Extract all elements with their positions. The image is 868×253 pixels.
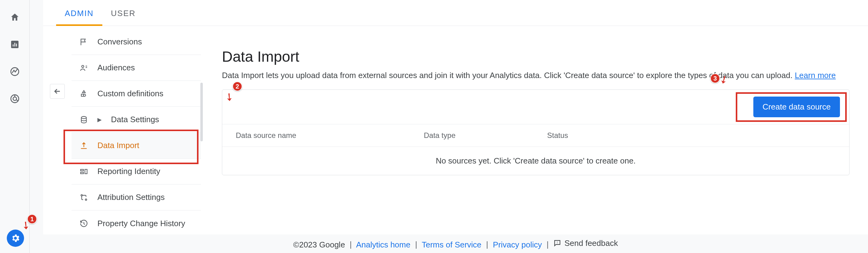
svg-rect-10 — [81, 172, 84, 174]
table-header: Data source name Data type Status — [222, 124, 849, 147]
shapes-icon — [78, 88, 89, 100]
nav-label: Data Settings — [111, 115, 159, 124]
learn-more-link[interactable]: Learn more — [795, 71, 836, 80]
nav-audiences[interactable]: Audiences — [71, 55, 201, 81]
chevron-right-icon: ▶ — [97, 116, 102, 123]
nav-label: Attribution Settings — [97, 193, 164, 202]
admin-gear-button[interactable] — [7, 229, 24, 247]
people-icon — [78, 62, 89, 74]
footer-copyright: ©2023 Google — [293, 240, 345, 249]
nav-custom-definitions[interactable]: Custom definitions — [71, 81, 201, 107]
nav-label: Conversions — [97, 37, 142, 47]
upload-icon — [78, 140, 89, 151]
tab-user[interactable]: USER — [102, 9, 144, 26]
svg-rect-2 — [14, 43, 15, 47]
svg-point-8 — [82, 116, 86, 118]
main-panel: ADMIN USER Conversions Audiences Custom … — [43, 0, 868, 234]
nav-label: Audiences — [97, 63, 135, 73]
nav-conversions[interactable]: Conversions — [71, 29, 201, 55]
nav-data-settings[interactable]: ▶ Data Settings — [71, 107, 201, 133]
nav-property-change-history[interactable]: Property Change History — [71, 210, 201, 236]
identity-icon — [78, 166, 89, 177]
flag-icon — [78, 36, 89, 48]
nav-label: Property Change History — [97, 219, 185, 228]
th-name: Data source name — [236, 131, 424, 140]
svg-point-7 — [82, 65, 84, 67]
path-icon — [78, 192, 89, 203]
footer-privacy[interactable]: Privacy policy — [493, 240, 542, 249]
footer: ©2023 Google | Analytics home | Terms of… — [43, 238, 868, 250]
advertising-icon[interactable] — [8, 92, 22, 106]
database-icon — [78, 114, 89, 125]
svg-rect-11 — [85, 169, 87, 174]
svg-rect-3 — [16, 44, 17, 46]
page-title: Data Import — [222, 48, 849, 65]
scrollbar-thumb[interactable] — [200, 83, 203, 141]
nav-reporting-identity[interactable]: Reporting Identity — [71, 159, 201, 185]
history-icon — [78, 218, 89, 229]
nav-label: Data Import — [97, 141, 139, 150]
tab-bar: ADMIN USER — [43, 0, 868, 26]
nav-data-import[interactable]: Data Import — [71, 133, 201, 159]
create-data-source-button[interactable]: Create data source — [753, 96, 840, 117]
svg-rect-9 — [81, 169, 84, 171]
annotation-badge-3: 3 — [710, 74, 720, 83]
footer-tos[interactable]: Terms of Service — [422, 240, 482, 249]
back-button[interactable] — [50, 84, 65, 99]
nav-attribution-settings[interactable]: Attribution Settings — [71, 185, 201, 210]
reports-icon[interactable] — [8, 38, 22, 51]
annotation-badge-2: 2 — [232, 81, 242, 91]
svg-rect-1 — [13, 45, 13, 47]
explore-icon[interactable] — [8, 65, 22, 78]
th-status: Status — [547, 131, 836, 140]
footer-analytics-home[interactable]: Analytics home — [356, 240, 410, 249]
th-type: Data type — [424, 131, 547, 140]
page-description: Data Import lets you upload data from ex… — [222, 71, 849, 80]
nav-label: Custom definitions — [97, 89, 163, 99]
property-nav: Conversions Audiences Custom definitions… — [71, 26, 201, 234]
send-feedback-button[interactable]: Send feedback — [553, 238, 618, 248]
home-icon[interactable] — [8, 10, 22, 24]
annotation-badge-1: 1 — [27, 214, 37, 224]
nav-label: Reporting Identity — [97, 167, 160, 176]
svg-point-6 — [13, 97, 16, 100]
content-area: Data Import Data Import lets you upload … — [201, 26, 868, 234]
empty-state: No sources yet. Click 'Create data sourc… — [222, 147, 849, 175]
svg-point-12 — [81, 194, 83, 196]
svg-point-13 — [85, 199, 87, 200]
tab-admin[interactable]: ADMIN — [56, 9, 102, 26]
feedback-icon — [553, 239, 561, 247]
data-sources-card: Create data source Data source name Data… — [222, 89, 849, 175]
left-rail — [0, 0, 30, 253]
